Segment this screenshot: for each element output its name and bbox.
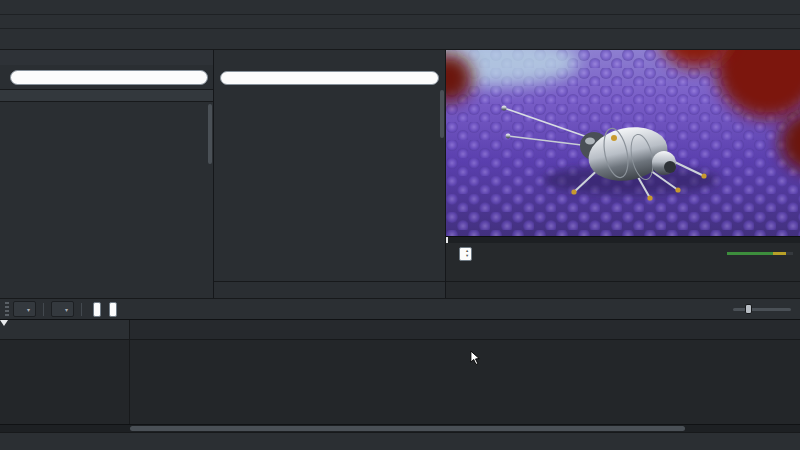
effects-tabbar bbox=[214, 281, 445, 298]
project-bin-header bbox=[0, 50, 213, 65]
effects-panel bbox=[214, 50, 446, 298]
close-panel-button[interactable] bbox=[206, 57, 208, 59]
bin-name-column-header[interactable] bbox=[0, 89, 213, 102]
maximize-button[interactable] bbox=[784, 6, 786, 8]
monitor-panel: ▴▾ bbox=[446, 50, 800, 298]
timeline-duration-timecode bbox=[109, 302, 117, 317]
close-button[interactable] bbox=[793, 6, 795, 8]
float-panel-button[interactable] bbox=[199, 57, 201, 59]
track-headers bbox=[0, 340, 130, 424]
effects-scrollbar[interactable] bbox=[440, 90, 444, 138]
effects-search-input[interactable] bbox=[220, 71, 439, 85]
monitor-timecode[interactable]: ▴▾ bbox=[459, 247, 472, 261]
monitor-seek-position[interactable] bbox=[446, 237, 448, 243]
video-preview[interactable] bbox=[446, 50, 800, 236]
effects-toolbar bbox=[214, 50, 445, 70]
track-options-button[interactable] bbox=[121, 329, 123, 331]
menubar bbox=[0, 15, 800, 29]
info-button[interactable] bbox=[436, 59, 438, 61]
edit-mode-select[interactable]: ▾ bbox=[51, 301, 74, 317]
timeline-ruler[interactable] bbox=[130, 320, 800, 340]
statusbar bbox=[0, 432, 800, 450]
timecode-spinner[interactable]: ▴▾ bbox=[466, 249, 468, 259]
monitor-tabbar bbox=[446, 281, 800, 298]
mouse-cursor bbox=[470, 350, 481, 367]
bin-search-input[interactable] bbox=[10, 70, 208, 85]
timeline-tracks[interactable] bbox=[130, 340, 800, 424]
monitor-transport: ▴▾ bbox=[446, 243, 800, 265]
timeline-toolbar: ▾ ▾ bbox=[0, 298, 800, 320]
bin-toolbar bbox=[0, 65, 213, 89]
kdenlive-window: ▴▾ ▾ ▾ bbox=[0, 0, 800, 450]
hscrollbar-handle[interactable] bbox=[130, 426, 685, 431]
timeline-position-timecode[interactable] bbox=[93, 302, 101, 317]
timeline-hscrollbar[interactable] bbox=[0, 424, 800, 432]
timeline bbox=[0, 320, 800, 432]
chevron-down-icon: ▾ bbox=[65, 306, 68, 313]
chevron-down-icon: ▾ bbox=[27, 306, 30, 313]
main-area: ▴▾ bbox=[0, 50, 800, 298]
video-frame bbox=[446, 50, 800, 236]
titlebar bbox=[0, 0, 800, 15]
playhead-marker[interactable] bbox=[0, 320, 8, 326]
timeline-corner bbox=[0, 320, 130, 340]
bin-clip-list bbox=[0, 102, 213, 298]
project-bin-panel bbox=[0, 50, 214, 298]
audio-meter bbox=[727, 252, 793, 256]
bin-scrollbar[interactable] bbox=[208, 104, 212, 164]
zoom-slider[interactable] bbox=[733, 303, 791, 315]
toolbar-grip[interactable] bbox=[5, 302, 9, 316]
preview-quality-select[interactable]: ▾ bbox=[13, 301, 36, 317]
monitor-seek-bar[interactable] bbox=[446, 236, 800, 243]
effects-tree bbox=[214, 88, 445, 281]
loop-zone-button[interactable] bbox=[478, 253, 480, 255]
main-toolbar bbox=[0, 29, 800, 50]
zoom-slider-handle[interactable] bbox=[745, 304, 752, 314]
window-controls bbox=[775, 6, 795, 8]
minimize-button[interactable] bbox=[775, 6, 777, 8]
